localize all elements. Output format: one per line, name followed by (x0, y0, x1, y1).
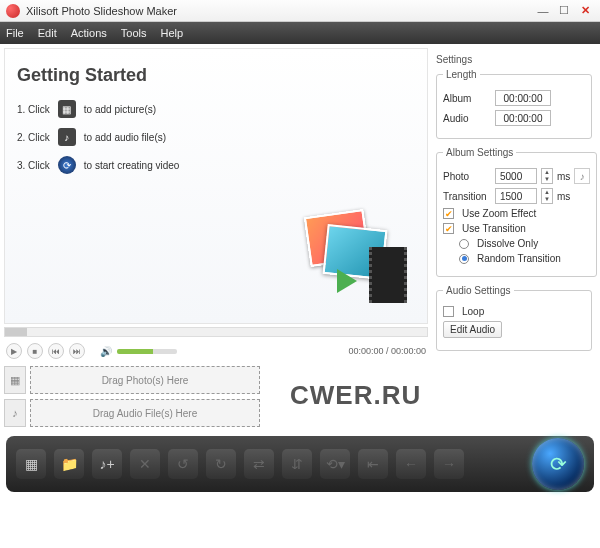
step2-suffix: to add audio file(s) (84, 132, 166, 143)
photo-duration-spinner[interactable]: ▲▼ (541, 168, 553, 184)
playback-controls: ▶ ■ ⏮ ⏭ 🔊 00:00:00 / 00:00:00 (4, 340, 428, 362)
menu-bar: File Edit Actions Tools Help (0, 22, 600, 44)
transition-duration-input[interactable]: 1500 (495, 188, 537, 204)
transition-duration-label: Transition (443, 191, 491, 202)
sort-button[interactable]: ⇵ (282, 449, 312, 479)
window-title: Xilisoft Photo Slideshow Maker (26, 5, 531, 17)
add-folder-button[interactable]: 📁 (54, 449, 84, 479)
settings-panel: Settings Length Album 00:00:00 Audio 00:… (428, 48, 596, 428)
step1-prefix: 1. Click (17, 104, 50, 115)
home-button[interactable]: ⇤ (358, 449, 388, 479)
drop-audio-zone[interactable]: Drag Audio File(s) Here (30, 399, 260, 427)
nav-forward-button[interactable]: → (434, 449, 464, 479)
create-video-icon: ⟳ (58, 156, 76, 174)
maximize-button[interactable]: ☐ (555, 4, 573, 18)
dissolve-only-radio[interactable] (459, 239, 469, 249)
app-logo-icon (6, 4, 20, 18)
bottom-toolbar: ▦ 📁 ♪+ ✕ ↺ ↻ ⇄ ⇵ ⟲▾ ⇤ ← → ⟳ (6, 436, 594, 492)
menu-edit[interactable]: Edit (38, 27, 57, 39)
transition-duration-spinner[interactable]: ▲▼ (541, 188, 553, 204)
rotate-cw-button[interactable]: ↻ (206, 449, 236, 479)
next-button[interactable]: ⏭ (69, 343, 85, 359)
timeline-scrollbar[interactable] (4, 327, 428, 337)
audio-length-label: Audio (443, 113, 491, 124)
drop-photos-zone[interactable]: Drag Photo(s) Here (30, 366, 260, 394)
prev-button[interactable]: ⏮ (48, 343, 64, 359)
use-transition-checkbox[interactable]: ✔ (443, 223, 454, 234)
photos-tab-icon[interactable]: ▦ (4, 366, 26, 394)
album-settings-legend: Album Settings (443, 147, 516, 158)
album-length-label: Album (443, 93, 491, 104)
photo-duration-label: Photo (443, 171, 491, 182)
nav-back-button[interactable]: ← (396, 449, 426, 479)
rotate-ccw-button[interactable]: ↺ (168, 449, 198, 479)
step2-prefix: 2. Click (17, 132, 50, 143)
use-zoom-checkbox[interactable]: ✔ (443, 208, 454, 219)
photo-duration-input[interactable]: 5000 (495, 168, 537, 184)
menu-tools[interactable]: Tools (121, 27, 147, 39)
random-transition-label: Random Transition (477, 253, 561, 264)
playback-time: 00:00:00 / 00:00:00 (348, 346, 426, 356)
menu-actions[interactable]: Actions (71, 27, 107, 39)
add-audio-icon: ♪ (58, 128, 76, 146)
getting-started-heading: Getting Started (17, 65, 415, 86)
step3-suffix: to start creating video (84, 160, 180, 171)
delete-button[interactable]: ✕ (130, 449, 160, 479)
step3-prefix: 3. Click (17, 160, 50, 171)
play-button[interactable]: ▶ (6, 343, 22, 359)
create-video-button[interactable]: ⟳ (532, 438, 584, 490)
settings-title: Settings (436, 54, 592, 65)
close-button[interactable]: ✕ (576, 4, 594, 18)
reload-button[interactable]: ⟲▾ (320, 449, 350, 479)
decorative-graphic (297, 213, 407, 303)
random-transition-radio[interactable] (459, 254, 469, 264)
add-music-button[interactable]: ♪+ (92, 449, 122, 479)
menu-file[interactable]: File (6, 27, 24, 39)
album-length-value: 00:00:00 (495, 90, 551, 106)
audio-settings-group: Audio Settings ✔ Loop Edit Audio (436, 285, 592, 351)
music-note-icon[interactable]: ♪ (574, 168, 590, 184)
length-legend: Length (443, 69, 480, 80)
loop-checkbox[interactable]: ✔ (443, 306, 454, 317)
edit-audio-button[interactable]: Edit Audio (443, 321, 502, 338)
volume-slider[interactable] (117, 349, 177, 354)
album-settings-group: Album Settings Photo 5000 ▲▼ ms ♪ Transi… (436, 147, 597, 277)
transition-duration-unit: ms (557, 191, 570, 202)
menu-help[interactable]: Help (160, 27, 183, 39)
swap-button[interactable]: ⇄ (244, 449, 274, 479)
audio-settings-legend: Audio Settings (443, 285, 514, 296)
stop-button[interactable]: ■ (27, 343, 43, 359)
use-zoom-label: Use Zoom Effect (462, 208, 536, 219)
length-group: Length Album 00:00:00 Audio 00:00:00 (436, 69, 592, 139)
minimize-button[interactable]: — (534, 4, 552, 18)
add-image-button[interactable]: ▦ (16, 449, 46, 479)
step1-suffix: to add picture(s) (84, 104, 156, 115)
audio-length-value: 00:00:00 (495, 110, 551, 126)
loop-label: Loop (462, 306, 484, 317)
photo-duration-unit: ms (557, 171, 570, 182)
use-transition-label: Use Transition (462, 223, 526, 234)
audio-tab-icon[interactable]: ♪ (4, 399, 26, 427)
dissolve-only-label: Dissolve Only (477, 238, 538, 249)
preview-pane: Getting Started 1. Click ▦ to add pictur… (4, 48, 428, 324)
volume-icon: 🔊 (100, 346, 112, 357)
add-picture-icon: ▦ (58, 100, 76, 118)
title-bar: Xilisoft Photo Slideshow Maker — ☐ ✕ (0, 0, 600, 22)
